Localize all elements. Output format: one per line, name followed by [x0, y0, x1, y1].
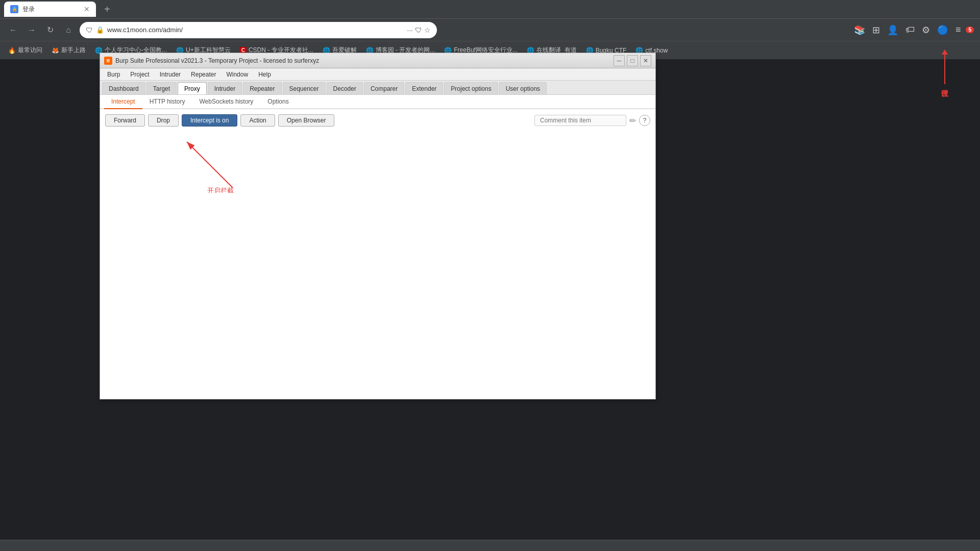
proxy-sub-tab-bar: Intercept HTTP history WebSockets histor…: [100, 95, 655, 109]
proxy-tab-http-history[interactable]: HTTP history: [142, 95, 192, 109]
favicon-small: 🔒: [96, 26, 104, 34]
open-browser-button[interactable]: Open Browser: [278, 114, 335, 127]
container-icon[interactable]: 🏷: [903, 22, 917, 37]
refresh-button[interactable]: ↻: [43, 23, 57, 37]
tab-proxy[interactable]: Proxy: [178, 82, 207, 94]
burp-suite-window: B Burp Suite Professional v2021.3 - Temp…: [100, 53, 656, 399]
intercept-arrow-annotation: 开启拦截: [156, 132, 258, 193]
burp-menu-bar: Burp Project Intruder Repeater Window He…: [100, 68, 655, 81]
menu-item-repeater[interactable]: Repeater: [186, 68, 221, 81]
bookmark-newbie[interactable]: 🦊 新手上路: [47, 44, 90, 57]
browser-status-bar: [0, 540, 980, 551]
tab-extender[interactable]: Extender: [405, 82, 443, 94]
tab-dashboard[interactable]: Dashboard: [102, 82, 145, 94]
tab-target[interactable]: Target: [146, 82, 177, 94]
intercept-toolbar: Forward Drop Intercept is on Action Open…: [105, 114, 650, 127]
burp-logo-icon: B: [104, 57, 112, 65]
menu-item-help[interactable]: Help: [253, 68, 276, 81]
bookmark-icon-0: 🔥: [8, 47, 16, 54]
tab-comparer[interactable]: Comparer: [364, 82, 404, 94]
forward-button[interactable]: Forward: [105, 114, 145, 127]
split-view-icon[interactable]: ⊞: [870, 22, 882, 38]
proxy-tab-options[interactable]: Options: [260, 95, 296, 109]
intercept-toggle-button[interactable]: Intercept is on: [182, 114, 237, 127]
burp-window-controls: ─ □ ✕: [614, 55, 651, 66]
bookmark-most-visited[interactable]: 🔥 最常访问: [4, 44, 46, 57]
tab-repeater[interactable]: Repeater: [243, 82, 281, 94]
browser-title-bar: 🔒 登录 ✕ +: [0, 0, 980, 18]
help-button[interactable]: ?: [639, 115, 650, 126]
intercept-annotation-text: 开启拦截: [207, 187, 234, 193]
tab-sequencer[interactable]: Sequencer: [283, 82, 326, 94]
arrow-up-icon: [944, 54, 945, 84]
drop-button[interactable]: Drop: [148, 114, 179, 127]
burp-close-button[interactable]: ✕: [640, 55, 651, 66]
intercept-content-area: 开启拦截: [105, 132, 650, 394]
address-bar[interactable]: 🛡 🔒 www.c1moon.com/admin/ ··· 🛡 ☆: [80, 22, 437, 38]
tab-favicon: 🔒: [10, 5, 18, 13]
bookmark-icon[interactable]: ☆: [424, 26, 431, 34]
new-tab-button[interactable]: +: [100, 2, 114, 17]
bookmark-icon-1: 🦊: [52, 47, 59, 54]
burp-maximize-button[interactable]: □: [627, 55, 638, 66]
sync-icon[interactable]: 🔵: [935, 22, 950, 38]
extensions-icon[interactable]: ⚙: [920, 22, 932, 38]
intercept-panel: Forward Drop Intercept is on Action Open…: [100, 109, 655, 399]
account-icon[interactable]: 👤: [885, 22, 900, 38]
pocket-icon[interactable]: 🛡: [415, 26, 422, 34]
reading-list-icon[interactable]: 📚: [852, 22, 867, 38]
proxy-tab-intercept[interactable]: Intercept: [104, 95, 142, 109]
tab-user-options[interactable]: User options: [499, 82, 547, 94]
svg-line-1: [187, 142, 233, 188]
menu-item-window[interactable]: Window: [221, 68, 253, 81]
address-bar-actions: ··· 🛡 ☆: [407, 26, 431, 34]
url-display: www.c1moon.com/admin/: [107, 26, 183, 34]
menu-item-intruder[interactable]: Intruder: [155, 68, 186, 81]
more-icon[interactable]: ···: [407, 26, 413, 34]
security-shield-icon: 🛡: [86, 26, 93, 34]
proxy-tab-websockets-history[interactable]: WebSockets history: [192, 95, 261, 109]
notification-badge: 5: [966, 27, 974, 33]
menu-item-project[interactable]: Project: [125, 68, 154, 81]
browser-toolbar-right: 📚 ⊞ 👤 🏷 ⚙ 🔵 ≡ 5: [852, 22, 974, 38]
tab-intruder[interactable]: Intruder: [208, 82, 242, 94]
action-button[interactable]: Action: [240, 114, 275, 127]
bookmark-label-0: 最常访问: [18, 46, 42, 55]
back-button[interactable]: ←: [6, 23, 20, 37]
bookmark-label-1: 新手上路: [61, 46, 86, 55]
comment-input[interactable]: [534, 115, 626, 126]
tab-project-options[interactable]: Project options: [444, 82, 498, 94]
browser-nav-bar: ← → ↻ ⌂ 🛡 🔒 www.c1moon.com/admin/ ··· 🛡 …: [0, 18, 980, 41]
pencil-icon[interactable]: ✏: [629, 116, 636, 126]
tab-label: 登录: [22, 5, 35, 14]
menu-item-burp[interactable]: Burp: [102, 68, 125, 81]
burp-title-bar: B Burp Suite Professional v2021.3 - Temp…: [100, 53, 655, 68]
menu-icon[interactable]: ≡: [953, 22, 963, 37]
tab-decoder[interactable]: Decoder: [327, 82, 363, 94]
burp-window-title: Burp Suite Professional v2021.3 - Tempor…: [115, 57, 610, 64]
burp-main-tab-bar: Dashboard Target Proxy Intruder Repeater…: [100, 81, 655, 95]
setup-proxy-annotation: 设置代理: [940, 54, 949, 84]
forward-button[interactable]: →: [24, 23, 39, 37]
browser-tab[interactable]: 🔒 登录 ✕: [4, 2, 96, 17]
burp-minimize-button[interactable]: ─: [614, 55, 625, 66]
tab-close-button[interactable]: ✕: [84, 5, 90, 13]
home-button[interactable]: ⌂: [61, 23, 76, 37]
